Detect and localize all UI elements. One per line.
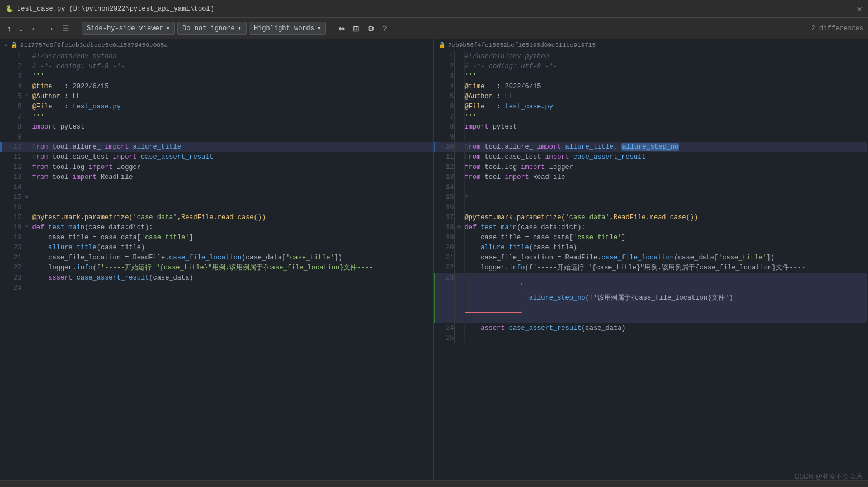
viewer-dropdown[interactable]: Side-by-side viewer ▾ [82, 22, 175, 35]
code-content [32, 202, 433, 212]
toolbar: ↑ ↓ ← → ☰ Side-by-side viewer ▾ Do not i… [0, 18, 868, 39]
line-number: 8 [2, 122, 22, 132]
gutter [22, 212, 32, 223]
viewer-label: Side-by-side viewer [87, 25, 163, 32]
code-content: from tool.log import logger [32, 162, 433, 172]
line-number: 15 [435, 192, 454, 202]
table-row: 2 # -*- coding: utf-8 -*- [435, 62, 867, 72]
highlight-dropdown[interactable]: Highlight words ▾ [249, 22, 326, 35]
table-row: 2 # -*- coding: utf-8 -*- [0, 62, 433, 72]
right-code-table: 1 #!/usr/bin/env python 2 # -*- coding: … [434, 51, 868, 343]
table-row: 9 [435, 132, 867, 142]
gutter [454, 182, 464, 192]
gutter [454, 273, 464, 323]
code-content: @time : 2022/6/15 [464, 82, 867, 92]
line-number: 25 [435, 333, 454, 343]
table-row: 25 [435, 333, 867, 343]
right-hash-bar: 🔒 7eb9b56f4fe15652bef165196d09e311bc9197… [434, 39, 868, 51]
nav-next-button[interactable]: → [44, 22, 57, 35]
gutter [454, 333, 464, 343]
table-row: 16 [0, 202, 433, 212]
right-panel: 1 #!/usr/bin/env python 2 # -*- coding: … [434, 51, 868, 480]
code-content [32, 132, 433, 142]
line-number: 11 [435, 152, 454, 162]
code-content: from tool import ReadFile [32, 172, 433, 182]
line-number: 4 [2, 82, 22, 92]
left-lock-icon: 🔒 [11, 42, 17, 49]
gutter [22, 102, 32, 112]
line-number: 23 [435, 273, 454, 323]
line-number: 9 [2, 132, 22, 142]
table-row: 5 @Author : LL [435, 92, 867, 102]
table-row: 12 from tool.log import logger [0, 162, 433, 172]
table-row: 4 @time : 2022/6/15 [0, 82, 433, 92]
table-row: 6 @File : test_case.py [435, 102, 867, 112]
nav-up-button[interactable]: ↑ [4, 22, 14, 35]
table-row: 7 ''' [0, 112, 433, 122]
gutter [454, 233, 464, 243]
gutter [454, 253, 464, 263]
table-row: 17 @pytest.mark.parametrize('case_data',… [435, 212, 867, 223]
horizontal-scrollbar[interactable] [0, 480, 868, 487]
title-bar: 🐍 test_case.py (D:\python2022\pytest_api… [0, 0, 868, 18]
line-number: 22 [2, 263, 22, 273]
table-row: 6 @File : test_case.py [0, 102, 433, 112]
gutter [22, 283, 32, 293]
table-row: 3 ''' [0, 72, 433, 82]
line-number: 10 [2, 142, 22, 152]
right-code-scroll[interactable]: 1 #!/usr/bin/env python 2 # -*- coding: … [434, 51, 868, 480]
table-row: 21 case_file_location = ReadFile.case_fi… [435, 253, 867, 263]
line-number: 4 [435, 82, 454, 92]
separator-1 [77, 23, 77, 34]
left-code-scroll[interactable]: 1 #!/usr/bin/env python 2 # -*- coding: … [0, 51, 433, 480]
ignore-dropdown[interactable]: Do not ignore ▾ [177, 22, 247, 35]
code-content [32, 283, 433, 293]
line-number: 12 [435, 162, 454, 172]
code-content: # -*- coding: utf-8 -*- [464, 62, 867, 72]
line-number: 17 [435, 212, 454, 223]
gutter [22, 263, 32, 273]
code-content: assert case_assert_result(case_data) [32, 273, 433, 283]
table-row: 13 from tool import ReadFile [0, 172, 433, 182]
gutter [454, 323, 464, 333]
line-number: 21 [435, 253, 454, 263]
table-row: 1 #!/usr/bin/env python [435, 51, 867, 62]
line-number: 24 [2, 283, 22, 293]
settings-button[interactable]: ⚙ [365, 22, 378, 35]
table-row: 13 from tool import ReadFile [435, 172, 867, 182]
gutter [454, 62, 464, 72]
options-menu-button[interactable]: ☰ [59, 22, 72, 35]
nav-prev-button[interactable]: ← [28, 22, 41, 35]
gutter [22, 62, 32, 72]
gutter [22, 142, 32, 152]
gutter [22, 202, 32, 212]
gutter [454, 152, 464, 162]
table-row: 4 @time : 2022/6/15 [435, 82, 867, 92]
close-button[interactable]: ✕ [857, 3, 862, 15]
gutter [454, 112, 464, 122]
line-number: 16 [2, 202, 22, 212]
table-row: 24 [0, 283, 433, 293]
nav-down-button[interactable]: ↓ [16, 22, 26, 35]
line-number: 20 [435, 243, 454, 253]
window-title: test_case.py (D:\python2022\pytest_api_y… [17, 5, 214, 13]
table-row: 20 allure_title(case_title) [435, 243, 867, 253]
gutter [454, 102, 464, 112]
gutter [454, 122, 464, 132]
gutter [22, 273, 32, 283]
help-button[interactable]: ? [380, 22, 390, 35]
gutter [22, 162, 32, 172]
code-content: @File : test_case.py [464, 102, 867, 112]
line-number: 19 [435, 233, 454, 243]
table-row: 9 [0, 132, 433, 142]
code-content: from tool.case_test import case_assert_r… [32, 152, 433, 162]
gutter [454, 51, 464, 62]
grid-view-button[interactable]: ⊞ [350, 22, 362, 35]
left-code-table: 1 #!/usr/bin/env python 2 # -*- coding: … [0, 51, 433, 293]
table-row: 14 [0, 182, 433, 192]
table-row: 23 assert case_assert_result(case_data) [0, 273, 433, 283]
right-lock-icon: 🔒 [438, 42, 445, 49]
table-row: 24 assert case_assert_result(case_data) [435, 323, 867, 333]
gutter [22, 112, 32, 122]
split-view-button[interactable]: ⇔ [336, 22, 348, 35]
